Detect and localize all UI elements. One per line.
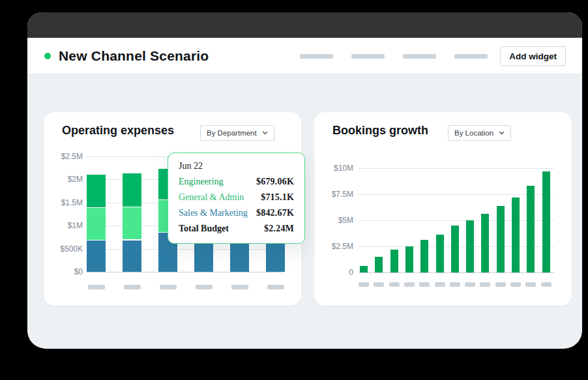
y-axis-tick-label: $1.5M xyxy=(45,197,83,208)
bar-segment-sales-marketing[interactable] xyxy=(123,241,141,272)
tooltip-date: Jun 22 xyxy=(179,161,294,171)
nav-placeholder-menu xyxy=(300,54,488,59)
tooltip-label: Total Budget xyxy=(179,224,229,234)
status-dot-icon xyxy=(44,53,51,59)
gridline xyxy=(359,168,554,169)
bookings-bar[interactable] xyxy=(405,246,413,272)
tooltip-row: General & Admin$715.1K xyxy=(179,192,294,203)
y-axis-tick-label: $2.5M xyxy=(316,241,353,252)
bookings-bar[interactable] xyxy=(527,186,535,272)
tooltip-value: $715.1K xyxy=(261,192,294,203)
y-axis-tick-label: 0 xyxy=(316,267,353,278)
dropdown-label: By Location xyxy=(454,129,493,137)
x-axis-label-placeholder xyxy=(435,282,445,287)
x-axis-label-placeholder xyxy=(124,285,141,289)
bookings-bar[interactable] xyxy=(420,240,428,272)
gridline xyxy=(87,272,282,272)
tooltip-row: Total Budget$2.24M xyxy=(179,224,294,234)
page-title: New Channel Scenario xyxy=(59,48,209,64)
bookings-bar[interactable] xyxy=(497,206,505,272)
x-axis-label-placeholder xyxy=(495,282,506,287)
card-title: Operating expenses xyxy=(62,124,174,138)
y-axis-tick-label: $2.5M xyxy=(45,151,83,162)
tooltip-label: Engineering xyxy=(179,177,223,187)
bookings-bar[interactable] xyxy=(512,197,520,272)
nav-item-placeholder[interactable] xyxy=(454,54,488,59)
x-axis-label-placeholder xyxy=(231,285,248,289)
department-filter-dropdown[interactable]: By Department xyxy=(200,125,274,141)
bookings-bar[interactable] xyxy=(375,257,383,272)
tooltip-label: General & Admin xyxy=(179,192,244,203)
x-axis-label-placeholder xyxy=(160,285,177,289)
tooltip-value: $679.06K xyxy=(256,177,294,187)
bar-segment-sales-marketing[interactable] xyxy=(87,241,106,272)
y-axis-tick-label: $7.5M xyxy=(316,189,353,199)
gridline xyxy=(359,194,554,195)
app-window: New Channel Scenario Add widget Operatin… xyxy=(27,12,582,349)
chevron-down-icon xyxy=(499,131,505,135)
x-axis-label-placeholder xyxy=(510,282,521,287)
tooltip-rows: Engineering$679.06KGeneral & Admin$715.1… xyxy=(179,177,294,234)
y-axis-tick-label: $0 xyxy=(45,267,83,277)
gridline xyxy=(359,220,554,221)
add-widget-button[interactable]: Add widget xyxy=(500,46,566,66)
y-axis-tick-label: $5M xyxy=(316,215,353,226)
dropdown-label: By Department xyxy=(207,129,257,137)
bookings-bar[interactable] xyxy=(481,214,489,272)
bookings-bar[interactable] xyxy=(436,235,444,272)
bar-segment-general-admin[interactable] xyxy=(123,207,141,241)
tooltip-value: $2.24M xyxy=(264,224,294,234)
bar-segment-engineering[interactable] xyxy=(123,173,141,207)
window-title-bar xyxy=(27,12,582,38)
x-axis-label-placeholder xyxy=(419,282,430,287)
bookings-bar[interactable] xyxy=(451,226,459,272)
x-axis-label-placeholder xyxy=(541,282,551,287)
x-axis-label-placeholder xyxy=(88,285,105,289)
x-axis-label-placeholder xyxy=(374,282,384,287)
bookings-bar[interactable] xyxy=(360,266,368,272)
nav-item-placeholder[interactable] xyxy=(351,54,385,59)
x-axis-label-placeholder xyxy=(525,282,536,287)
gridline xyxy=(359,272,554,273)
bookings-bar[interactable] xyxy=(390,250,398,272)
x-axis-label-placeholder xyxy=(465,282,475,287)
x-axis-label-placeholder xyxy=(359,282,369,287)
tooltip-row: Engineering$679.06K xyxy=(179,177,294,187)
chevron-down-icon xyxy=(262,131,268,135)
bookings-bar[interactable] xyxy=(542,171,550,272)
tooltip-value: $842.67K xyxy=(256,208,294,218)
bar-segment-general-admin[interactable] xyxy=(87,208,106,241)
bookings-bar[interactable] xyxy=(466,220,474,272)
nav-item-placeholder[interactable] xyxy=(403,54,436,59)
chart-tooltip: Jun 22 Engineering$679.06KGeneral & Admi… xyxy=(168,153,305,244)
tooltip-label: Sales & Marketing xyxy=(179,208,248,218)
location-filter-dropdown[interactable]: By Location xyxy=(448,125,511,141)
bar-segment-engineering[interactable] xyxy=(87,175,106,208)
y-axis-tick-label: $10M xyxy=(316,163,353,173)
bookings-growth-card: Bookings growth By Location $10M$7.5M$5M… xyxy=(314,112,572,306)
operating-expenses-card: Operating expenses By Department $2.5M$2… xyxy=(44,112,301,306)
x-axis-label-placeholder xyxy=(267,285,284,289)
gridline xyxy=(87,249,282,250)
dashboard-body: Operating expenses By Department $2.5M$2… xyxy=(27,74,582,349)
y-axis-tick-label: $1M xyxy=(45,220,83,231)
tooltip-row: Sales & Marketing$842.67K xyxy=(179,208,294,218)
x-axis-label-placeholder xyxy=(196,285,213,289)
x-axis-label-placeholder xyxy=(450,282,460,287)
nav-item-placeholder[interactable] xyxy=(300,54,333,59)
card-title: Bookings growth xyxy=(332,124,428,138)
y-axis-tick-label: $2M xyxy=(45,174,83,184)
page-header: New Channel Scenario Add widget xyxy=(27,38,582,74)
x-axis-label-placeholder xyxy=(480,282,490,287)
y-axis-tick-label: $500K xyxy=(45,244,83,254)
x-axis-label-placeholder xyxy=(404,282,415,287)
x-axis-label-placeholder xyxy=(389,282,400,287)
